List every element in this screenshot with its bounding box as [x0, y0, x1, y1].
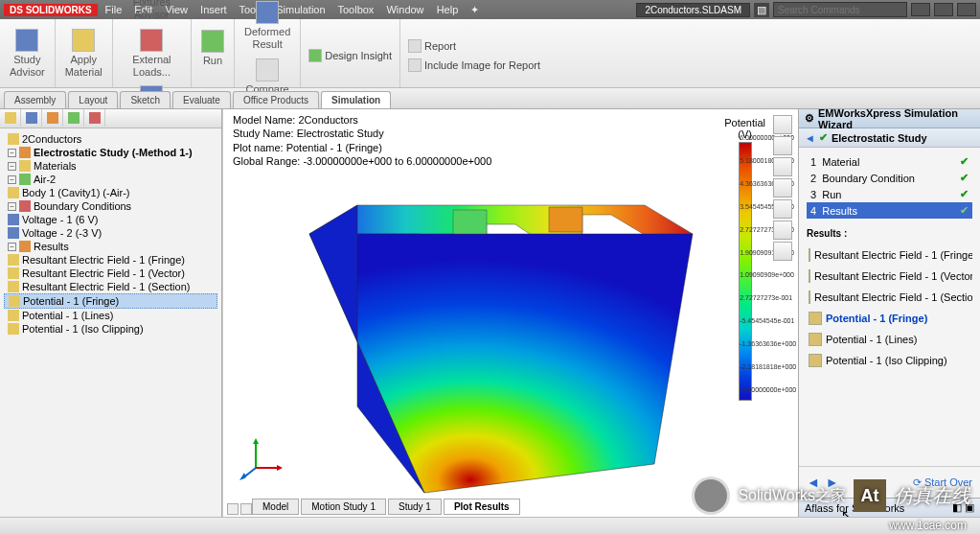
tree-result-2[interactable]: Resultant Electric Field - 1 (Vector) [4, 267, 217, 280]
vtool-4[interactable] [773, 178, 792, 197]
tab-simulation[interactable]: Simulation [321, 91, 391, 108]
tree-air[interactable]: −Air-2 [4, 173, 217, 186]
document-name: 2Conductors.SLDASM [636, 3, 750, 17]
next-arrow-icon[interactable]: ► [826, 475, 839, 490]
vtool-3[interactable] [773, 157, 792, 176]
fixtures-advisor-button[interactable]: FixturesAdvisor [119, 0, 185, 23]
external-loads-button[interactable]: ExternalLoads... [119, 27, 185, 81]
wiz-result-1[interactable]: Resultant Electric Field - 1 (Fringe) [807, 244, 972, 266]
report-button[interactable]: Report [406, 38, 542, 54]
feature-manager-panel: 2Conductors −Electrostatic Study (-Metho… [0, 109, 222, 517]
tree-result-1[interactable]: Resultant Electric Field - 1 (Fringe) [4, 253, 217, 267]
wiz-result-2[interactable]: Resultant Electric Field - 1 (Vector) [807, 266, 972, 287]
tree-body[interactable]: Body 1 (Cavity1) (-Air-) [4, 186, 217, 199]
simulation-tree: 2Conductors −Electrostatic Study (-Metho… [0, 128, 221, 517]
vtool-7[interactable] [773, 242, 792, 261]
restart-icon: ⟳ [913, 476, 922, 489]
fm-tab-3[interactable] [42, 109, 63, 127]
view-icon-2[interactable] [240, 503, 252, 515]
check-icon: ✔ [819, 131, 828, 144]
tree-result-5[interactable]: Potential - 1 (Lines) [4, 309, 217, 322]
tab-layout[interactable]: Layout [68, 91, 118, 108]
tree-boundary-conditions[interactable]: −Boundary Conditions [4, 199, 217, 213]
wiz-result-3[interactable]: Resultant Electric Field - 1 (Section) [807, 287, 972, 308]
svg-marker-4 [549, 207, 582, 232]
svg-marker-10 [239, 473, 246, 480]
vtool-6[interactable] [773, 221, 792, 240]
tree-materials[interactable]: −Materials [4, 159, 217, 173]
plot-icon [809, 354, 822, 367]
fm-tab-1[interactable] [0, 109, 21, 127]
tree-study[interactable]: −Electrostatic Study (-Method 1-) [4, 146, 217, 159]
bc-icon [19, 200, 31, 212]
fm-tab-2[interactable] [21, 109, 42, 127]
step-boundary[interactable]: 2 Boundary Condition✔ [807, 170, 972, 186]
tab-assembly[interactable]: Assembly [4, 91, 66, 108]
search-commands-input[interactable] [773, 2, 907, 17]
wiz-result-6[interactable]: Potential - 1 (Iso Clipping) [807, 350, 972, 371]
wiz-result-5[interactable]: Potential - 1 (Lines) [807, 329, 972, 350]
menu-window[interactable]: Window [386, 4, 423, 15]
tab-evaluate[interactable]: Evaluate [172, 91, 231, 108]
collapse-icon[interactable]: − [8, 243, 16, 251]
tree-voltage-1[interactable]: Voltage - 1 (6 V) [4, 213, 217, 226]
menu-search-icon[interactable]: ✦ [470, 4, 479, 15]
bottom-tab-plot-results[interactable]: Plot Results [444, 499, 520, 515]
tree-results[interactable]: −Results [4, 240, 217, 253]
menu-help[interactable]: Help [437, 4, 459, 15]
maximize-button[interactable] [934, 3, 953, 16]
fm-tab-5[interactable] [84, 109, 105, 127]
step-run[interactable]: 3 Run✔ [807, 186, 972, 202]
check-icon: ✔ [960, 204, 969, 217]
materials-icon [19, 160, 31, 172]
menu-insert[interactable]: Insert [200, 4, 227, 15]
run-button[interactable]: Run [197, 28, 228, 79]
study-advisor-button[interactable]: StudyAdvisor [6, 27, 49, 81]
minimize-button[interactable] [911, 3, 930, 16]
collapse-icon[interactable]: − [8, 175, 16, 184]
aflass-icon-1[interactable]: ◧ [952, 501, 962, 513]
wiz-result-4[interactable]: Potential - 1 (Fringe) [807, 308, 972, 329]
vtool-1[interactable] [773, 115, 792, 134]
vtool-2[interactable] [773, 136, 792, 155]
deformed-result-button[interactable]: DeformedResult [240, 0, 294, 53]
bottom-tab-model[interactable]: Model [252, 499, 299, 515]
step-results[interactable]: 4 Results✔ [807, 202, 972, 219]
tab-office-products[interactable]: Office Products [233, 91, 319, 108]
plot-icon [8, 254, 19, 266]
app-logo: DS SOLIDWORKS [4, 4, 98, 16]
check-icon: ✔ [960, 155, 969, 168]
status-bar [0, 517, 980, 534]
bottom-tab-study1[interactable]: Study 1 [388, 499, 442, 515]
plot-icon [8, 267, 19, 279]
collapse-icon[interactable]: − [8, 202, 16, 211]
tree-root[interactable]: 2Conductors [4, 132, 217, 146]
view-icon-1[interactable] [227, 503, 239, 515]
fm-tab-4[interactable] [63, 109, 84, 127]
tree-result-6[interactable]: Potential - 1 (Iso Clipping) [4, 322, 217, 336]
aflass-icon-2[interactable]: ▣ [965, 501, 974, 513]
feature-panel-tabs [0, 109, 221, 128]
prev-arrow-icon[interactable]: ◄ [807, 475, 820, 490]
include-image-button[interactable]: Include Image for Report [406, 58, 542, 73]
tree-voltage-2[interactable]: Voltage - 2 (-3 V) [4, 226, 217, 240]
close-button[interactable] [957, 3, 976, 16]
aflass-bar[interactable]: Aflass for SolidWorks ◧ ▣ [799, 498, 980, 517]
design-insight-button[interactable]: Design Insight [307, 48, 394, 63]
step-material[interactable]: 1 Material✔ [807, 153, 972, 170]
tree-result-4[interactable]: Potential - 1 (Fringe) [4, 293, 217, 309]
wizard-results-list: Resultant Electric Field - 1 (Fringe) Re… [799, 243, 980, 373]
collapse-icon[interactable]: − [8, 162, 16, 171]
vtool-5[interactable] [773, 199, 792, 219]
graphics-viewport[interactable]: Model Name: 2Conductors Study Name: Elec… [222, 109, 798, 517]
orientation-triad[interactable] [237, 434, 285, 482]
back-arrow-icon[interactable]: ◄ [805, 132, 815, 144]
search-commands-icon[interactable]: ▧ [754, 3, 769, 17]
menu-toolbox[interactable]: Toolbox [337, 4, 374, 15]
apply-material-button[interactable]: ApplyMaterial [61, 27, 106, 81]
bottom-tab-motion[interactable]: Motion Study 1 [301, 499, 386, 515]
start-over-button[interactable]: ⟳Start Over [913, 476, 972, 489]
tree-result-3[interactable]: Resultant Electric Field - 1 (Section) [4, 280, 217, 293]
tab-sketch[interactable]: Sketch [120, 91, 171, 108]
collapse-icon[interactable]: − [8, 149, 16, 157]
